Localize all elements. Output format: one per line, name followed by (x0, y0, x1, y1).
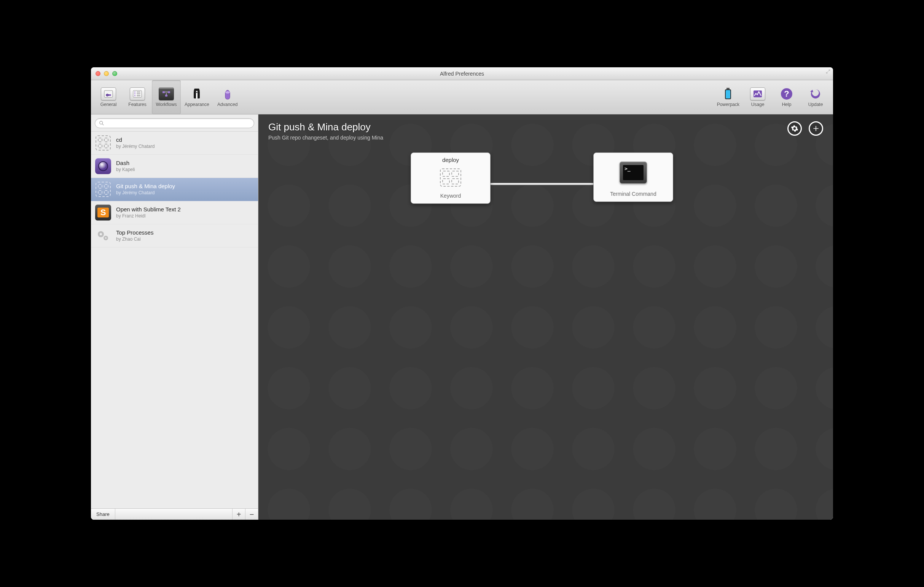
workflow-item-dash[interactable]: Dash by Kapeli (91, 155, 258, 178)
toolbar-features-label: Features (128, 102, 146, 110)
usage-icon (749, 87, 766, 101)
svg-point-9 (225, 91, 230, 94)
svg-rect-4 (162, 91, 165, 93)
svg-rect-12 (726, 90, 730, 99)
svg-line-17 (102, 124, 104, 125)
svg-text:?: ? (784, 89, 789, 99)
fullscreen-icon[interactable] (825, 69, 831, 74)
toolbar: General Features Workflows Appearance (91, 80, 833, 114)
toolbar-help-label: Help (782, 102, 792, 110)
toolbar-left: General Features Workflows Appearance (94, 80, 242, 114)
advanced-icon (219, 87, 236, 101)
add-workflow-button[interactable]: + (232, 509, 245, 520)
node-caption: Keyword (440, 193, 461, 199)
powerpack-icon (719, 87, 736, 101)
toolbar-advanced-label: Advanced (217, 102, 238, 110)
plus-icon (812, 125, 820, 132)
toolbar-update[interactable]: Update (801, 80, 830, 114)
toolbar-general-label: General (101, 102, 117, 110)
svg-point-2 (106, 94, 109, 96)
toolbar-usage[interactable]: Usage (743, 80, 772, 114)
workflow-title: Dash (116, 159, 135, 167)
workflow-settings-button[interactable] (787, 121, 802, 136)
toolbar-appearance-label: Appearance (185, 102, 209, 110)
remove-workflow-button[interactable]: − (245, 509, 258, 520)
toolbar-workflows[interactable]: Workflows (152, 80, 181, 114)
placeholder-icon (95, 181, 112, 198)
search-input[interactable] (107, 120, 250, 126)
toolbar-appearance[interactable]: Appearance (181, 80, 213, 114)
canvas-header: Git push & Mina deploy Push Git repo cha… (268, 121, 823, 141)
workflow-item-cd[interactable]: cd by Jérémy Chatard (91, 132, 258, 155)
svg-rect-10 (726, 88, 729, 89)
traffic-lights (91, 71, 117, 76)
workflow-item-sublime[interactable]: S Open with Sublime Text 2 by Franz Heid… (91, 201, 258, 224)
search-icon (99, 120, 104, 126)
general-icon (100, 87, 117, 101)
appearance-icon (188, 87, 205, 101)
workflow-title: cd (116, 136, 155, 144)
sublime-icon: S (95, 204, 112, 221)
toolbar-update-label: Update (808, 102, 823, 110)
svg-point-19 (100, 233, 102, 235)
body: cd by Jérémy Chatard Dash by Kapeli (91, 114, 833, 520)
toolbar-right: Powerpack Usage ? Help Update (713, 80, 830, 114)
toolbar-help[interactable]: ? Help (772, 80, 801, 114)
node-title: deploy (442, 157, 459, 163)
toolbar-features[interactable]: Features (123, 80, 152, 114)
workflow-subtitle: by Jérémy Chatard (116, 144, 155, 150)
svg-point-16 (100, 121, 103, 124)
update-icon (807, 87, 824, 101)
workflow-subtitle: by Zhao Cai (116, 237, 153, 243)
placeholder-icon (437, 166, 464, 189)
node-terminal-command[interactable]: Terminal Command (593, 153, 673, 202)
add-node-button[interactable] (808, 121, 823, 136)
workflow-subtitle: by Jérémy Chatard (116, 190, 175, 196)
workflow-title: Git push & Mina deploy (268, 121, 383, 133)
workflow-canvas[interactable]: Git push & Mina deploy Push Git repo cha… (258, 114, 833, 520)
toolbar-powerpack[interactable]: Powerpack (713, 80, 743, 114)
workflow-subtitle: Push Git repo changeset, and deploy usin… (268, 135, 383, 141)
gears-icon (95, 227, 112, 244)
window-title: Alfred Preferences (91, 71, 833, 77)
workflow-title: Top Processes (116, 229, 153, 237)
toolbar-usage-label: Usage (751, 102, 764, 110)
workflow-subtitle: by Kapeli (116, 167, 135, 173)
workflow-list: cd by Jérémy Chatard Dash by Kapeli (91, 132, 258, 508)
toolbar-workflows-label: Workflows (156, 102, 177, 110)
sidebar: cd by Jérémy Chatard Dash by Kapeli (91, 114, 258, 520)
titlebar: Alfred Preferences (91, 67, 833, 80)
toolbar-powerpack-label: Powerpack (717, 102, 739, 110)
zoom-button[interactable] (112, 71, 117, 76)
node-keyword[interactable]: deploy Keyword (411, 153, 490, 204)
node-caption: Terminal Command (610, 191, 656, 197)
workflow-title: Git push & Mina deploy (116, 183, 175, 190)
close-button[interactable] (96, 71, 101, 76)
terminal-icon (620, 161, 647, 184)
sidebar-footer: Share + − (91, 508, 258, 520)
svg-rect-0 (104, 90, 113, 97)
help-icon: ? (778, 87, 795, 101)
workflow-item-git-push-mina[interactable]: Git push & Mina deploy by Jérémy Chatard (91, 178, 258, 201)
workflows-icon (158, 87, 175, 101)
svg-rect-5 (168, 91, 170, 93)
features-icon (129, 87, 146, 101)
share-button[interactable]: Share (91, 509, 116, 520)
svg-point-21 (105, 237, 107, 239)
search-wrap (91, 114, 258, 132)
toolbar-advanced[interactable]: Advanced (213, 80, 242, 114)
workflow-item-top-processes[interactable]: Top Processes by Zhao Cai (91, 224, 258, 248)
minimize-button[interactable] (104, 71, 109, 76)
gear-icon (791, 125, 799, 132)
dash-icon (95, 158, 112, 174)
workflow-subtitle: by Franz Heidl (116, 213, 181, 219)
workflow-title: Open with Sublime Text 2 (116, 206, 181, 213)
node-connector (490, 183, 595, 185)
search-field[interactable] (95, 118, 254, 128)
svg-point-8 (196, 92, 198, 93)
toolbar-general[interactable]: General (94, 80, 123, 114)
svg-rect-6 (165, 95, 167, 97)
placeholder-icon (95, 135, 112, 151)
window: Alfred Preferences General Features (91, 67, 833, 520)
